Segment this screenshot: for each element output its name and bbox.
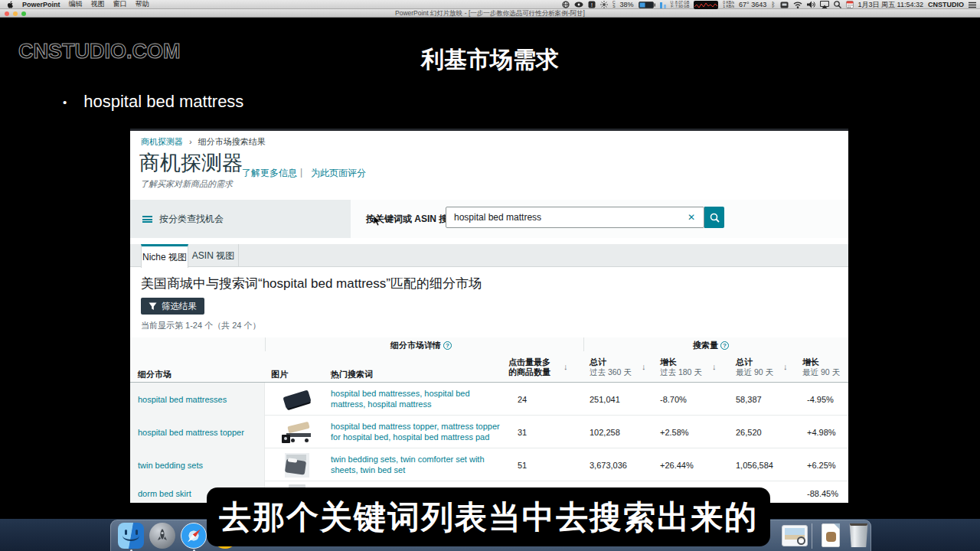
- dock-icon-safari[interactable]: [181, 523, 207, 549]
- funnel-icon: [149, 302, 157, 311]
- page-tagline: 了解买家对新商品的需求: [140, 178, 233, 190]
- tab-asin-view[interactable]: ASIN 视图: [188, 244, 239, 267]
- menubar-app-name[interactable]: PowerPoint: [22, 1, 60, 8]
- apple-menu-icon[interactable]: [7, 1, 14, 8]
- sort-arrow-total-90[interactable]: ↓: [783, 362, 788, 371]
- volume-icon[interactable]: [807, 1, 815, 8]
- menu-help[interactable]: 帮助: [136, 0, 149, 9]
- growth-90-cell: -88.45%: [807, 481, 838, 503]
- clear-search-icon[interactable]: ✕: [688, 211, 695, 223]
- globe-status-icon[interactable]: [562, 1, 570, 8]
- table-row[interactable]: twin bedding sets twin bedding sets, twi…: [130, 448, 848, 481]
- sort-arrow-total-360[interactable]: ↓: [642, 362, 646, 371]
- eye-status-icon[interactable]: [574, 2, 583, 8]
- keywords-cell[interactable]: hospital bed mattresses, hospital bed ma…: [331, 383, 501, 416]
- col-header-total-90[interactable]: 总计最近 90 天: [736, 357, 773, 377]
- clicked-products-cell: 31: [518, 416, 527, 448]
- window-titlebar[interactable]: PowerPoint 幻灯片放映 - [一步一步教你选品可行性分析案例-阿甘]: [0, 9, 980, 18]
- subtitle-text: 去那个关键词列表当中去搜索出来的: [219, 496, 758, 539]
- slide-title: 利基市场需求: [0, 44, 980, 76]
- menu-view[interactable]: 视图: [91, 0, 105, 9]
- table-row[interactable]: hospital bed mattress topper hospital be…: [130, 416, 848, 448]
- growth-180-cell: +26.44%: [660, 448, 694, 481]
- tab-niche-view[interactable]: Niche 视图: [141, 244, 188, 268]
- dock-divider: [812, 523, 812, 549]
- menubar-clock[interactable]: 1月3日 周五 11:54:32: [858, 0, 923, 10]
- breadcrumb-separator: ›: [189, 137, 192, 146]
- col-header-growth-180[interactable]: 增长过去 180 天: [660, 357, 702, 377]
- battery-percent: 38%: [620, 1, 634, 8]
- search-input[interactable]: [446, 207, 704, 228]
- slide-bullet: • hospital bed mattress: [63, 92, 243, 112]
- niche-link[interactable]: hospital bed mattresses: [138, 395, 227, 404]
- filter-results-button[interactable]: 筛选结果: [141, 298, 204, 315]
- cpu-graph-widget[interactable]: [694, 1, 718, 9]
- menu-window[interactable]: 窗口: [113, 0, 127, 9]
- bluetooth-icon[interactable]: ᛒ: [771, 1, 775, 8]
- growth-90-cell: +6.25%: [807, 448, 836, 481]
- growth-180-cell: +2.58%: [660, 416, 689, 448]
- volume-help-icon[interactable]: ?: [720, 341, 729, 350]
- opportunity-explorer-screenshot: 商机探测器 › 细分市场搜索结果 商机探测器 了解更多信息 | 为此页面评分 了…: [130, 129, 848, 503]
- dock-icon-trash[interactable]: [848, 523, 874, 549]
- link-divider: |: [300, 167, 302, 178]
- dock-icon-preview[interactable]: [782, 525, 808, 551]
- battery-icon[interactable]: [639, 2, 655, 8]
- results-heading: 美国商城中与搜索词“hospital bed mattress”匹配的细分市场: [141, 275, 482, 292]
- network-readout: 0 KB/s1 KB/s: [723, 1, 734, 8]
- sort-arrow-clicked[interactable]: ↓: [564, 362, 568, 371]
- alert-status-icon[interactable]: !: [588, 1, 596, 8]
- product-image-cell: [265, 416, 329, 448]
- product-image-cell: [265, 448, 329, 481]
- rocket-icon: [155, 528, 169, 543]
- breadcrumb: 商机探测器 › 细分市场搜索结果: [141, 136, 266, 148]
- niche-link[interactable]: hospital bed mattress topper: [138, 428, 244, 437]
- table-row[interactable]: hospital bed mattresses hospital bed mat…: [130, 383, 848, 416]
- total-90-cell: 1,056,584: [736, 448, 773, 481]
- group-volume-label: 搜索量 ?: [693, 340, 729, 351]
- details-help-icon[interactable]: ?: [443, 341, 452, 350]
- rate-page-link[interactable]: 为此页面评分: [311, 167, 366, 180]
- dock-icon-launchpad[interactable]: [149, 523, 175, 549]
- mouse-cursor: [374, 216, 382, 227]
- temp-fan-readout: 67° 3643: [739, 1, 766, 8]
- search-button[interactable]: [704, 207, 724, 228]
- mattress-thumbnail: [283, 390, 311, 409]
- growth-90-cell: -4.95%: [807, 383, 834, 416]
- page-title: 商机探测器: [139, 149, 243, 177]
- niche-link[interactable]: dorm bed skirt: [138, 489, 191, 498]
- sort-arrow-growth-180[interactable]: ↓: [712, 362, 717, 371]
- brightness-icon[interactable]: [600, 1, 608, 8]
- niche-cell: hospital bed mattresses: [130, 383, 265, 416]
- table-group-header: 细分市场详情 ? 搜索量 ?: [130, 337, 848, 351]
- total-90-cell: 58,387: [736, 383, 762, 416]
- video-subtitle: 去那个关键词列表当中去搜索出来的: [207, 487, 770, 546]
- dock-icon-finder[interactable]: [118, 523, 144, 549]
- calendar-icon[interactable]: [846, 1, 854, 8]
- col-header-total-360[interactable]: 总计过去 360 天: [590, 357, 632, 377]
- keywords-cell[interactable]: twin bedding sets, twin comforter set wi…: [331, 448, 501, 481]
- wifi-icon[interactable]: [793, 1, 802, 8]
- menubar-username[interactable]: CNSTUDIO: [928, 1, 964, 8]
- menu-edit[interactable]: 编辑: [69, 0, 83, 9]
- niche-link[interactable]: twin bedding sets: [138, 461, 203, 470]
- dock-icon-installer-doc[interactable]: [822, 523, 848, 549]
- keywords-cell[interactable]: hospital bed mattress topper, mattress t…: [331, 416, 501, 448]
- hospital-bed-thumbnail: [282, 421, 312, 444]
- search-icon: [710, 213, 720, 223]
- browse-by-category-panel[interactable]: 按分类查找机会: [130, 200, 351, 238]
- total-360-cell: 251,041: [590, 383, 620, 416]
- spotlight-icon[interactable]: [834, 1, 841, 8]
- col-header-clicked[interactable]: 点击量最多的商品数量: [508, 357, 550, 377]
- col-header-image: 图片: [271, 370, 288, 380]
- bullet-text: hospital bed mattress: [83, 92, 243, 112]
- col-header-keywords: 热门搜索词: [331, 370, 373, 380]
- svg-text:!: !: [591, 2, 593, 8]
- learn-more-link[interactable]: 了解更多信息: [242, 167, 297, 180]
- window-title: PowerPoint 幻灯片放映 - [一步一步教你选品可行性分析案例-阿甘]: [0, 9, 980, 18]
- col-header-growth-90[interactable]: 增长最近 90 天: [802, 357, 840, 377]
- display-pref-icon[interactable]: [780, 2, 789, 8]
- notification-center-icon[interactable]: [969, 2, 976, 8]
- airplay-icon[interactable]: [820, 1, 829, 8]
- breadcrumb-root-link[interactable]: 商机探测器: [141, 137, 183, 146]
